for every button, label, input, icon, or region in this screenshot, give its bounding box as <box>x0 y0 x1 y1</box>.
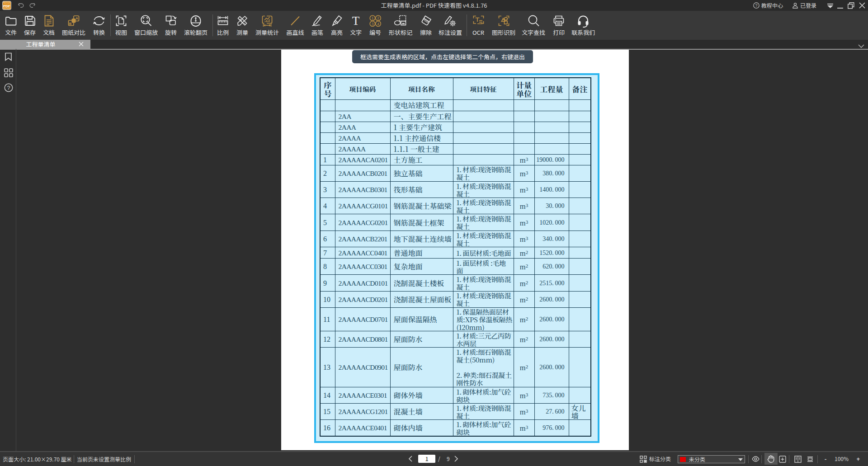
svg-text:4: 4 <box>377 22 379 26</box>
svg-text:1: 1 <box>372 16 374 20</box>
svg-text:?: ? <box>7 85 10 91</box>
svg-text:2: 2 <box>377 16 379 20</box>
svg-text:B: B <box>69 22 72 26</box>
svg-text:?: ? <box>755 3 757 8</box>
svg-text:3: 3 <box>372 22 374 26</box>
svg-text:A: A <box>75 16 78 20</box>
